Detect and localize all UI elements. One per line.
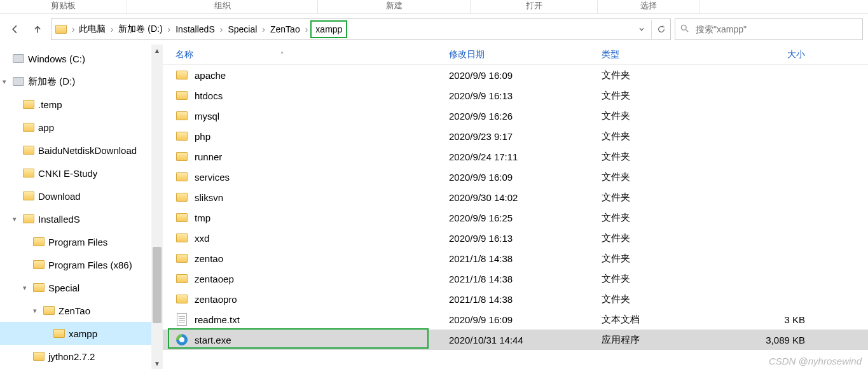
chevron-right-icon: › [167,24,172,34]
tree-item[interactable]: app [0,116,151,139]
file-row[interactable]: xxd2020/9/9 16:13文件夹 [163,228,868,248]
address-bar[interactable]: › 此电脑›新加卷 (D:)›InstalledS›Special›ZenTao… [51,18,671,40]
scroll-thumb[interactable] [153,247,162,323]
watermark-text: CSDN @nyhrosewind [769,356,862,366]
tree-item[interactable]: xampp [0,322,151,345]
tree-item-label: ZenTao [59,305,90,316]
file-date: 2020/9/24 17:11 [449,151,602,162]
search-box[interactable] [675,18,863,40]
breadcrumb-segment[interactable]: InstalledS [173,24,217,34]
chevron-right-icon: › [109,24,115,34]
folder-icon [176,232,188,244]
file-row[interactable]: sliksvn2020/9/30 14:02文件夹 [163,187,868,207]
tree-twisty-icon[interactable]: ▾ [23,284,32,292]
tree-item-label: Download [38,191,81,202]
file-type: 文件夹 [602,171,729,183]
tree-twisty-icon[interactable]: ▾ [3,78,11,86]
file-row[interactable]: htdocs2020/9/9 16:13文件夹 [163,85,868,106]
file-row[interactable]: zentao2021/1/8 14:38文件夹 [163,248,868,268]
tree-item[interactable]: Program Files [0,230,151,253]
file-date: 2020/9/9 16:26 [449,111,602,122]
breadcrumb-segment[interactable]: ZenTao [268,24,303,34]
search-icon [680,24,689,35]
column-header-type[interactable]: 类型 [602,49,729,60]
file-size: 3,089 KB [729,335,824,345]
chevron-right-icon: › [219,24,224,34]
tree-item[interactable]: Download [0,184,151,207]
file-type: 文本文档 [602,314,729,326]
file-row[interactable]: runner2020/9/24 17:11文件夹 [163,146,868,167]
folder-icon [176,89,188,102]
file-row[interactable]: mysql2020/9/9 16:26文件夹 [163,106,868,126]
tree-item[interactable]: ▾ZenTao [0,299,151,322]
folder-icon [23,214,34,223]
breadcrumb-segment[interactable]: 此电脑 [76,24,108,35]
ribbon-label-new: 新建 [318,0,471,13]
sort-indicator-icon: ˄ [280,51,284,58]
tree-item[interactable]: .temp [0,93,151,116]
folder-icon [176,293,188,305]
file-date: 2020/10/31 14:44 [449,335,602,345]
folder-icon [176,130,188,143]
tree-item[interactable]: ▾新加卷 (D:) [0,70,151,93]
ribbon-label-select: 选择 [598,0,699,13]
scroll-up-button[interactable]: ▲ [151,45,163,56]
breadcrumb-segment[interactable]: Special [225,24,259,34]
file-name: mysql [195,111,219,122]
refresh-button[interactable] [651,20,670,39]
file-date: 2020/9/9 16:25 [449,212,602,223]
address-dropdown-button[interactable] [632,20,651,39]
tree-item[interactable]: ▾InstalledS [0,207,151,230]
file-row[interactable]: start.exe2020/10/31 14:44应用程序3,089 KB [163,330,868,350]
svg-point-1 [681,25,686,30]
tree-item[interactable]: ▾Special [0,276,151,299]
file-type: 文件夹 [602,130,729,143]
file-date: 2020/9/23 9:17 [449,131,602,142]
ribbon-label-open: 打开 [471,0,598,13]
file-name: runner [195,151,222,162]
column-header-date[interactable]: 修改日期 [449,49,602,60]
file-size: 3 KB [729,314,824,325]
file-name: zentaoep [195,274,234,284]
tree-item[interactable]: BaiduNetdiskDownload [0,139,151,162]
breadcrumb-segment[interactable]: 新加卷 (D:) [116,24,165,35]
tree-item[interactable]: jython2.7.2 [0,345,151,368]
folder-icon [176,69,188,81]
navigation-pane: Windows (C:)▾新加卷 (D:).tempappBaiduNetdis… [0,45,163,369]
breadcrumb-current[interactable]: xampp [310,20,347,38]
tree-item-label: Special [48,282,79,293]
tree-twisty-icon[interactable]: ▾ [33,307,42,315]
column-header-size[interactable]: 大小 [729,49,824,60]
file-row[interactable]: readme.txt2020/9/9 16:09文本文档3 KB [163,309,868,330]
file-date: 2020/9/30 14:02 [449,192,602,203]
back-button[interactable] [5,20,24,39]
folder-icon [33,352,45,361]
file-type: 文件夹 [602,110,729,122]
tree-item[interactable]: CNKI E-Study [0,162,151,184]
file-date: 2020/9/9 16:13 [449,90,602,101]
column-header-name[interactable]: 名称 ˄ [163,49,449,60]
file-date: 2020/9/9 16:09 [449,70,602,81]
search-input[interactable] [694,24,857,35]
tree-twisty-icon[interactable]: ▾ [13,215,22,223]
tree-item-label: app [38,122,54,133]
tree-item[interactable]: Program Files (x86) [0,253,151,276]
file-row[interactable]: services2020/9/9 16:09文件夹 [163,167,868,187]
file-row[interactable]: zentaopro2021/1/8 14:38文件夹 [163,289,868,309]
folder-tree[interactable]: Windows (C:)▾新加卷 (D:).tempappBaiduNetdis… [0,45,151,369]
file-row[interactable]: php2020/9/23 9:17文件夹 [163,126,868,146]
file-date: 2020/9/9 16:13 [449,233,602,244]
file-row[interactable]: zentaoep2021/1/8 14:38文件夹 [163,268,868,289]
folder-icon [176,252,188,265]
tree-item[interactable]: Windows (C:) [0,47,151,70]
file-row[interactable]: tmp2020/9/9 16:25文件夹 [163,207,868,228]
chevron-right-icon: › [261,24,266,34]
file-name: apache [195,70,226,81]
file-row[interactable]: apache2020/9/9 16:09文件夹 [163,65,868,85]
file-name: php [195,131,210,142]
scroll-down-button[interactable]: ▼ [151,358,163,369]
tree-scrollbar[interactable]: ▲ ▼ [151,45,163,369]
up-button[interactable] [28,20,47,39]
tree-item-label: .temp [38,99,62,110]
file-date: 2021/1/8 14:38 [449,294,602,305]
